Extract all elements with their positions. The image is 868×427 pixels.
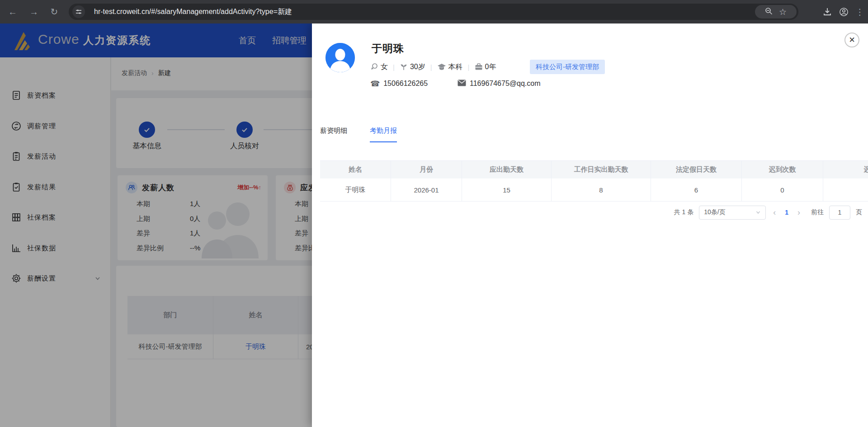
profile-icon[interactable] bbox=[835, 0, 852, 23]
cell-actual-days: 8 bbox=[552, 178, 651, 201]
pagination: 共 1 条 10条/页 ‹ 1 › 前往 页 bbox=[320, 205, 862, 220]
employee-name: 于明珠 bbox=[372, 42, 404, 56]
col-late-count: 迟到次数 bbox=[742, 161, 823, 178]
employee-drawer: ✕ 于明珠 女 | 30岁 bbox=[312, 23, 868, 427]
zoom-search-icon[interactable] bbox=[765, 7, 773, 17]
cell-late-count: 0 bbox=[742, 178, 823, 201]
col-due-days: 应出勤天数 bbox=[462, 161, 552, 178]
graduation-cap-icon bbox=[437, 63, 446, 71]
page-unit-label: 页 bbox=[856, 208, 862, 216]
department-tag: 科技公司-研发管理部 bbox=[530, 60, 605, 74]
url-text[interactable]: hr-test.croweit.cn/#/salaryManagement/ad… bbox=[94, 4, 292, 20]
screen: ← → ↻ hr-test.croweit.cn/#/salaryManagem… bbox=[0, 0, 868, 427]
gender-item: 女 bbox=[370, 62, 388, 72]
col-late-duration: 迟到时长 bbox=[823, 161, 868, 178]
attendance-table: 姓名 月份 应出勤天数 工作日实出勤天数 法定假日天数 迟到次数 迟到时长 于明… bbox=[320, 160, 868, 202]
avatar bbox=[326, 43, 355, 72]
total-count: 共 1 条 bbox=[674, 208, 694, 216]
email-address: 1169674675@qq.com bbox=[470, 80, 541, 88]
browser-forward-icon[interactable]: → bbox=[26, 0, 42, 23]
page-size-select[interactable]: 10条/页 bbox=[699, 206, 766, 220]
cell-late-duration bbox=[823, 178, 868, 201]
current-page[interactable]: 1 bbox=[783, 209, 790, 216]
table-row[interactable]: 于明珠 2026-01 15 8 6 0 bbox=[320, 178, 868, 202]
cell-month: 2026-01 bbox=[391, 178, 462, 201]
envelope-icon bbox=[458, 80, 466, 88]
bookmark-star-icon[interactable]: ☆ bbox=[779, 7, 787, 17]
employee-details: 女 | 30岁 | 本科 | bbox=[370, 61, 496, 72]
next-page-icon[interactable]: › bbox=[796, 208, 802, 217]
tab-attendance-report[interactable]: 考勤月报 bbox=[370, 127, 397, 142]
col-name: 姓名 bbox=[320, 161, 391, 178]
close-icon[interactable]: ✕ bbox=[844, 33, 859, 47]
download-icon[interactable] bbox=[819, 0, 835, 23]
goto-page-input[interactable] bbox=[829, 206, 850, 220]
drawer-tabs: 薪资明细 考勤月报 bbox=[320, 127, 397, 142]
female-icon bbox=[370, 63, 378, 71]
chevron-down-icon bbox=[755, 210, 761, 215]
sprout-icon bbox=[400, 63, 408, 71]
site-info-icon[interactable] bbox=[72, 5, 85, 18]
phone-number: 15066126265 bbox=[383, 80, 428, 88]
browser-actions: ⋮ bbox=[819, 0, 868, 23]
browser-menu-icon[interactable]: ⋮ bbox=[852, 0, 868, 23]
tab-salary-detail[interactable]: 薪资明细 bbox=[320, 127, 347, 142]
browser-toolbar: ← → ↻ hr-test.croweit.cn/#/salaryManagem… bbox=[0, 0, 868, 23]
age-item: 30岁 bbox=[400, 62, 425, 72]
omnibox-chip: ☆ bbox=[755, 5, 797, 19]
prev-page-icon[interactable]: ‹ bbox=[771, 208, 778, 217]
briefcase-icon bbox=[475, 63, 483, 71]
cell-due-days: 15 bbox=[462, 178, 552, 201]
email-block: 1169674675@qq.com bbox=[458, 78, 541, 89]
address-bar[interactable]: hr-test.croweit.cn/#/salaryManagement/ad… bbox=[69, 4, 798, 20]
phone-block: ☎ 15066126265 bbox=[370, 78, 428, 89]
education-item: 本科 bbox=[437, 62, 463, 72]
col-actual-days: 工作日实出勤天数 bbox=[552, 161, 651, 178]
goto-label: 前往 bbox=[811, 208, 824, 216]
browser-reload-icon[interactable]: ↻ bbox=[46, 0, 62, 23]
cell-name: 于明珠 bbox=[320, 178, 391, 201]
col-holiday-days: 法定假日天数 bbox=[651, 161, 742, 178]
col-month: 月份 bbox=[391, 161, 462, 178]
cell-holiday-days: 6 bbox=[651, 178, 742, 201]
experience-item: 0年 bbox=[475, 62, 496, 72]
attendance-table-header: 姓名 月份 应出勤天数 工作日实出勤天数 法定假日天数 迟到次数 迟到时长 bbox=[320, 161, 868, 178]
phone-icon: ☎ bbox=[370, 79, 380, 89]
browser-back-icon[interactable]: ← bbox=[5, 0, 21, 23]
